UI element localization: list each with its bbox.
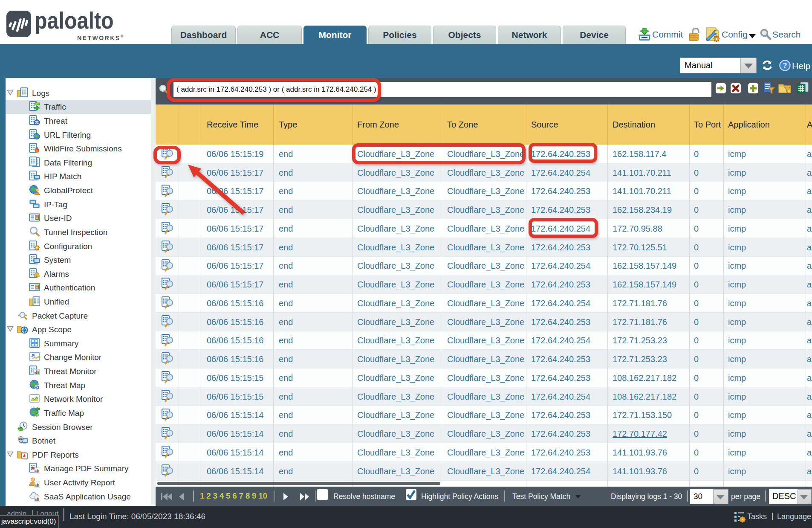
svg-text:?: ? xyxy=(783,62,787,69)
